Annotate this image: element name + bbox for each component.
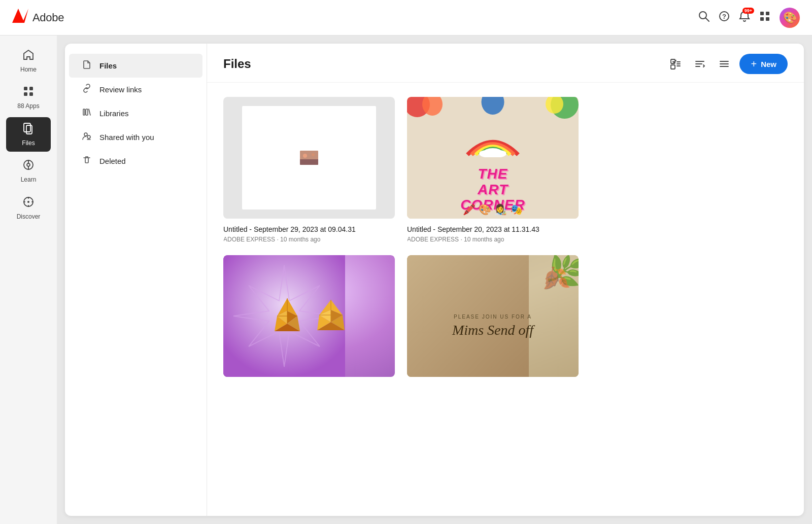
svg-rect-14 [24,123,30,132]
svg-point-39 [303,154,307,158]
svg-marker-0 [12,9,24,23]
svg-rect-15 [26,125,32,134]
content-body: Untitled - September 29, 2023 at 09.04.3… [207,83,804,516]
page-title: Files [223,57,660,71]
sendoff-subtitle: PLEASE JOIN US FOR A [452,314,533,320]
list-view-button[interactable] [715,55,733,73]
svg-line-3 [706,18,709,22]
avatar[interactable]: 🎨 [780,8,800,28]
svg-rect-27 [671,65,675,69]
svg-rect-7 [766,12,769,15]
svg-rect-6 [760,12,764,15]
main-layout: Home 88 Apps Files [0,36,812,524]
sidebar-item-discover[interactable]: Discover [6,191,51,225]
apps-grid-button[interactable] [759,11,770,24]
topnav-right: ? 99+ 🎨 [698,8,800,28]
apps-icon [22,85,35,100]
sort-button[interactable] [691,55,709,73]
shared-nav-icon [81,131,92,143]
deleted-nav-icon [81,155,92,167]
sidebar-item-home[interactable]: Home [6,44,51,78]
notification-button[interactable]: 99+ [739,11,750,24]
sidebar-label-discover: Discover [17,213,41,220]
file-time-1: 10 months ago [280,236,320,243]
review-links-nav-icon [81,84,92,95]
sidebar-item-apps[interactable]: 88 Apps [6,80,51,115]
sidebar-label-learn: Learn [21,176,37,183]
file-card-4[interactable]: 🌿 🍂 PLEASE JOIN US FOR A Mims Send off [407,255,579,383]
thumbnail-3 [223,255,395,377]
svg-rect-23 [86,109,88,115]
file-source-1: ADOBE EXPRESS [223,236,275,243]
notification-badge: 99+ [742,8,754,14]
inner-panel: Files Review links [65,44,804,516]
file-nav-icon [81,60,92,72]
svg-rect-37 [300,151,318,165]
svg-point-44 [484,148,502,156]
new-button[interactable]: + New [739,54,788,74]
select-mode-button[interactable] [666,55,685,73]
learn-icon [22,159,35,174]
svg-point-24 [84,133,87,136]
file-card-3[interactable] [223,255,395,383]
nav-item-review-links[interactable]: Review links [69,78,202,101]
thumbnail-2: THEARTCORNER 🖍️🎨👩‍🎨🎭 [407,97,579,219]
svg-point-21 [27,201,29,203]
new-button-plus-icon: + [751,59,757,69]
svg-rect-10 [24,87,27,90]
nav-item-shared[interactable]: Shared with you [69,125,202,149]
svg-rect-12 [24,92,27,96]
help-button[interactable]: ? [719,11,730,24]
nav-item-files[interactable]: Files [69,54,202,78]
nav-label-deleted: Deleted [99,157,126,165]
sidebar-item-files[interactable]: Files [6,117,51,152]
content-area: Files [207,44,804,516]
thumbnail-1 [223,97,395,219]
home-icon [22,49,35,64]
sidebar-label-apps: 88 Apps [17,102,39,110]
svg-rect-8 [760,17,764,21]
file-name-1: Untitled - September 29, 2023 at 09.04.3… [223,225,395,234]
sendoff-image: 🌿 🍂 PLEASE JOIN US FOR A Mims Send off [407,255,579,377]
file-time-2: 10 months ago [464,236,504,243]
sidebar-label-files: Files [22,139,35,147]
svg-rect-38 [300,159,318,165]
file-meta-2: ADOBE EXPRESS · 10 months ago [407,236,579,243]
new-button-label: New [761,60,776,68]
libraries-nav-icon [81,108,92,119]
app-title: Adobe [32,11,64,24]
left-sidebar: Home 88 Apps Files [0,36,57,524]
file-meta-1: ADOBE EXPRESS · 10 months ago [223,236,395,243]
files-grid: Untitled - September 29, 2023 at 09.04.3… [223,97,579,383]
top-navigation: Adobe ? 99+ [0,0,812,36]
nav-item-deleted[interactable]: Deleted [69,149,202,173]
nav-label-libraries: Libraries [99,109,129,118]
nav-item-libraries[interactable]: Libraries [69,101,202,125]
search-button[interactable] [698,11,709,24]
discover-icon [22,196,35,211]
file-card-2[interactable]: THEARTCORNER 🖍️🎨👩‍🎨🎭 Untitled - Septembe… [407,97,579,243]
files-icon [22,122,35,137]
mini-image-1 [300,151,318,165]
sidebar-label-home: Home [20,66,37,73]
nav-label-files: Files [99,61,117,70]
adobe-logo-icon [12,9,28,26]
content-header: Files [207,44,804,83]
sidebar-item-learn[interactable]: Learn [6,154,51,188]
svg-rect-13 [29,92,33,96]
file-name-2: Untitled - September 20, 2023 at 11.31.4… [407,225,579,234]
svg-point-25 [87,135,90,138]
svg-rect-9 [766,17,769,21]
secondary-navigation: Files Review links [65,44,207,516]
svg-rect-22 [83,109,85,115]
file-source-2: ADOBE EXPRESS [407,236,459,243]
svg-text:?: ? [722,13,726,20]
art-corner-image: THEARTCORNER 🖍️🎨👩‍🎨🎭 [407,97,579,219]
svg-rect-11 [29,87,33,90]
avatar-emoji: 🎨 [783,11,797,24]
nav-label-shared: Shared with you [99,133,154,142]
svg-point-40 [312,153,315,156]
logo-area: Adobe [12,9,64,26]
file-card-1[interactable]: Untitled - September 29, 2023 at 09.04.3… [223,97,395,243]
thumbnail-4: 🌿 🍂 PLEASE JOIN US FOR A Mims Send off [407,255,579,377]
